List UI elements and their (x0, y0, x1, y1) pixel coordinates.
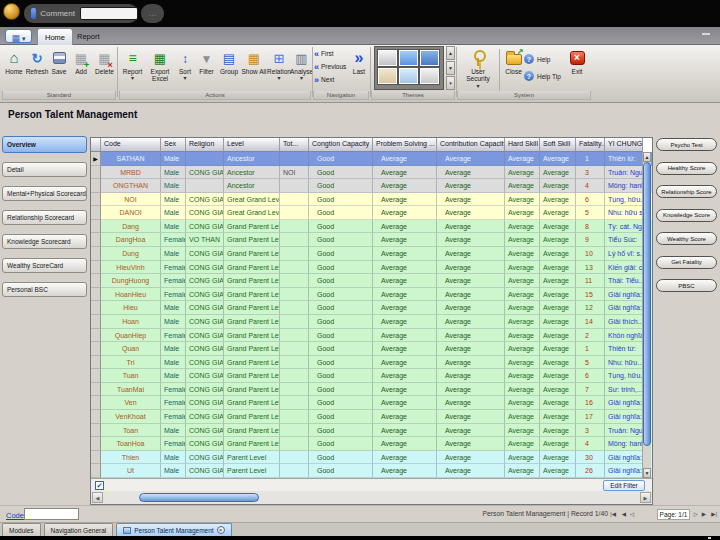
table-row[interactable]: HoanMaleCONG GIAOGrand Parent LevelGoodA… (91, 315, 652, 329)
edit-filter-button[interactable]: Edit Filter (603, 480, 645, 491)
scroll-right-icon[interactable]: ▶ (640, 492, 651, 503)
table-row[interactable]: UtMaleCONG GIAOParent LevelGoodAverageAv… (91, 464, 652, 478)
bottom-tab-person-talent-management[interactable]: Person Talent Management× (116, 523, 231, 536)
delete-button[interactable]: Delete (93, 46, 116, 89)
table-row[interactable]: DangHoaFemaleVO THANGrand Parent LevelGo… (91, 233, 652, 247)
relation-button[interactable]: Relation ▾ (268, 46, 290, 89)
column-header-problem[interactable]: Problem Solving ... (373, 138, 437, 152)
overlay-more-button[interactable]: … (141, 4, 164, 23)
filter-checkbox[interactable] (95, 481, 104, 490)
table-row[interactable]: TriMaleCONG GIAOGrand Parent LevelGoodAv… (91, 356, 652, 370)
table-row[interactable]: VenFemaleCONG GIAOGrand Parent LevelGood… (91, 396, 652, 410)
gallery-expand-icon[interactable]: ▾ (446, 76, 455, 90)
tab-report[interactable]: Report (70, 28, 107, 45)
theme-swatch-3[interactable] (420, 50, 439, 66)
last-page-icon[interactable] (711, 511, 717, 517)
wealthy-score-button[interactable]: Wealthy Score (656, 232, 717, 245)
relationship-score-button[interactable]: Relationship Score (656, 185, 717, 198)
theme-swatch-2[interactable] (399, 50, 418, 66)
theme-swatch-4[interactable] (378, 68, 397, 84)
filter-button[interactable]: Filter (196, 46, 217, 89)
export-excel-button[interactable]: Export Excel (147, 46, 173, 89)
report-button[interactable]: Report ▾ (120, 46, 145, 89)
table-row[interactable]: HieuVinhFemaleCONG GIAOGrand Parent Leve… (91, 261, 652, 275)
horizontal-scrollbar[interactable]: ◀ ▶ (91, 491, 652, 504)
column-header-sex[interactable]: Sex (161, 138, 186, 152)
column-header-religion[interactable]: Religion (186, 138, 224, 152)
scroll-down-icon[interactable]: ▼ (446, 61, 455, 75)
column-header-tot[interactable]: Tot... (280, 138, 309, 152)
column-header-yuching[interactable]: YI CHUNG (605, 138, 643, 152)
theme-swatch-5[interactable] (399, 68, 418, 84)
save-button[interactable]: Save (48, 46, 70, 89)
refresh-button[interactable]: Refresh (26, 46, 48, 89)
prev-page-fast-icon[interactable] (622, 511, 626, 517)
table-row[interactable]: QuanHiepFemaleCONG GIAOGrand Parent Leve… (91, 329, 652, 343)
table-row[interactable]: HoanHieuFemaleCONG GIAOGrand Parent Leve… (91, 288, 652, 302)
table-row[interactable]: ThienMaleCONG GIAOParent LevelGoodAverag… (91, 451, 652, 465)
tab-home[interactable]: Home (37, 28, 73, 45)
scroll-up-icon[interactable]: ▲ (446, 46, 455, 60)
pbsc-button[interactable]: PBSC (656, 279, 717, 292)
get-fatality-button[interactable]: Get Fatality (656, 256, 717, 269)
table-row[interactable]: VenKhoatFemaleCONG GIAOGrand Parent Leve… (91, 410, 652, 424)
minimize-icon[interactable] (702, 33, 710, 35)
table-row[interactable]: HieuMaleCONG GIAOGrand Parent LevelGoodA… (91, 301, 652, 315)
user-security-button[interactable]: User Security ▾ (459, 46, 497, 89)
coin-icon[interactable] (3, 3, 20, 20)
analyse-button[interactable]: Analyse ▾ (291, 46, 312, 89)
vertical-scrollbar[interactable]: ▲ ▼ (642, 152, 651, 478)
group-button[interactable]: Group (218, 46, 240, 89)
table-row[interactable]: ▶SATHANMaleAncestorGoodAverageAverageAve… (91, 152, 652, 166)
table-row[interactable]: DANOIMaleCONG GIAOGreat Grand LevelGoodA… (91, 206, 652, 220)
scroll-up-icon[interactable]: ▲ (643, 152, 651, 162)
last-button[interactable]: Last (350, 46, 368, 89)
sort-button[interactable]: Sort ▾ (175, 46, 195, 89)
table-row[interactable]: MRBDMaleCONG GIAOAncestorNOIGoodAverageA… (91, 166, 652, 180)
theme-swatch-1[interactable] (378, 50, 397, 66)
table-row[interactable]: ONGTHANMaleAncestorGoodAverageAverageAve… (91, 179, 652, 193)
add-button[interactable]: Add (70, 46, 92, 89)
code-input[interactable] (24, 508, 79, 520)
sidebar-tab-relationship-scorecard[interactable]: Relationship Scorecard (2, 210, 87, 225)
bottom-tab-modules[interactable]: Modules (2, 523, 41, 536)
horizontal-scrollbar-thumb[interactable] (139, 493, 259, 502)
table-row[interactable]: DungHuongFemaleCONG GIAOGrand Parent Lev… (91, 274, 652, 288)
table-row[interactable]: QuanMaleCONG GIAOGrand Parent LevelGoodA… (91, 342, 652, 356)
sidebar-tab-detail[interactable]: Detail (2, 162, 87, 177)
application-menu-button[interactable] (5, 29, 32, 43)
table-row[interactable]: NOIMaleCONG GIAOGreat Grand LevelGoodAve… (91, 193, 652, 207)
knowledge-score-button[interactable]: Knowledge Score (656, 209, 717, 222)
help-button[interactable]: Help (524, 53, 564, 65)
table-row[interactable]: ToanHoaFemaleCONG GIAOGrand Parent Level… (91, 437, 652, 451)
vertical-scrollbar-thumb[interactable] (643, 162, 651, 446)
previous-button[interactable]: Previous (314, 61, 350, 72)
exit-button[interactable]: Exit (566, 46, 588, 89)
show-all-button[interactable]: Show All (241, 46, 267, 89)
column-header-fatality[interactable]: Fatality... (576, 138, 605, 152)
bottom-tab-navigation-general[interactable]: Navigation General (44, 523, 114, 536)
table-row[interactable]: TuanMaiFemaleCONG GIAOGrand Parent Level… (91, 383, 652, 397)
column-header-soft[interactable]: Soft Skill (540, 138, 576, 152)
sidebar-tab-knowledge-scorecard[interactable]: Knowledge Scorecard (2, 234, 87, 249)
next-page-fast-icon[interactable] (702, 511, 706, 517)
scroll-down-icon[interactable]: ▼ (643, 468, 651, 478)
column-header-cognition[interactable]: Congtion Capacity (309, 138, 373, 152)
theme-swatch-6[interactable] (420, 68, 439, 84)
first-page-icon[interactable] (610, 511, 616, 517)
help-tip-button[interactable]: Help Tip (524, 70, 564, 82)
table-row[interactable]: ToanMaleCONG GIAOGrand Parent LevelGoodA… (91, 424, 652, 438)
table-row[interactable]: DungMaleCONG GIAOGrand Parent LevelGoodA… (91, 247, 652, 261)
healthy-score-button[interactable]: Healthy Score (656, 162, 717, 175)
psycho-test-button[interactable]: Psycho Test (656, 138, 717, 151)
column-header-level[interactable]: Level (224, 138, 280, 152)
sidebar-tab-overview[interactable]: Overview (2, 136, 87, 153)
next-page-icon[interactable] (694, 511, 698, 517)
comment-input[interactable] (80, 7, 138, 20)
prev-page-icon[interactable] (630, 511, 634, 517)
first-button[interactable]: First (314, 48, 350, 59)
next-button[interactable]: Next (314, 74, 350, 85)
sidebar-tab-mental-physical-scorecard[interactable]: Mental+Physical Scorecard (2, 186, 87, 201)
table-row[interactable]: DangMaleCONG GIAOGrand Parent LevelGoodA… (91, 220, 652, 234)
table-row[interactable]: TuanMaleCONG GIAOGrand Parent LevelGoodA… (91, 369, 652, 383)
